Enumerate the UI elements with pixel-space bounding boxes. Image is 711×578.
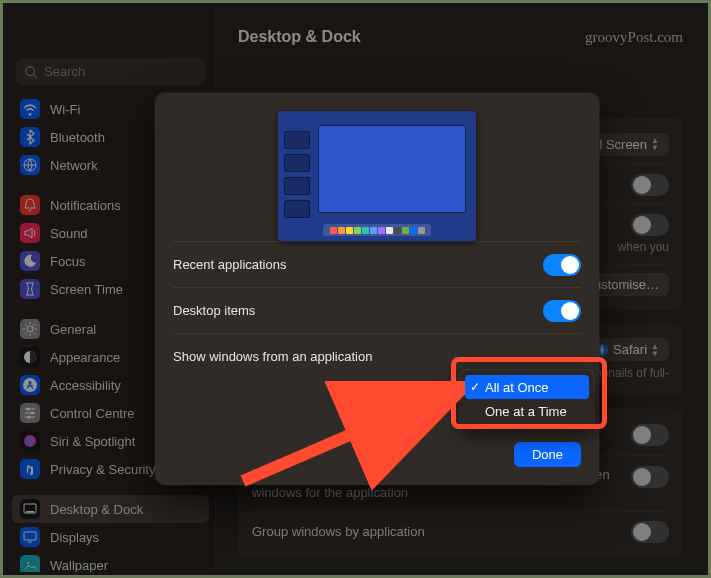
hand-icon: [20, 459, 40, 479]
hourglass-icon: [20, 279, 40, 299]
show-windows-label: Show windows from an application: [173, 349, 372, 364]
siri-icon: [20, 431, 40, 451]
dock-app-icon: [386, 227, 393, 234]
dock-app-icon: [394, 227, 401, 234]
sidebar-item-label: Notifications: [50, 198, 121, 213]
search-input[interactable]: Search: [16, 58, 205, 85]
svg-point-10: [24, 435, 36, 447]
svg-point-6: [29, 381, 32, 384]
svg-point-15: [27, 562, 29, 564]
dock-app-icon: [354, 227, 361, 234]
sidebar-item-label: Appearance: [50, 350, 120, 365]
dock-app-icon: [410, 227, 417, 234]
wallpaper-icon: [20, 555, 40, 572]
dock-app-icon: [346, 227, 353, 234]
search-placeholder: Search: [44, 64, 85, 79]
done-button[interactable]: Done: [514, 442, 581, 467]
bg-row-group: Group windows by application: [252, 511, 669, 551]
watermark: groovyPost.com: [585, 29, 683, 46]
svg-point-3: [27, 326, 33, 332]
bg-switch-3[interactable]: [631, 424, 669, 446]
sidebar-item-displays[interactable]: Displays: [12, 523, 209, 551]
svg-point-9: [28, 416, 31, 419]
gear-icon: [20, 319, 40, 339]
sidebar-item-label: Wi-Fi: [50, 102, 80, 117]
dock-app-icon: [330, 227, 337, 234]
sidebar-item-label: Network: [50, 158, 98, 173]
sound-icon: [20, 223, 40, 243]
dock-app-icon: [402, 227, 409, 234]
bg-switch-4[interactable]: [631, 466, 669, 488]
sidebar-item-label: Wallpaper: [50, 558, 108, 573]
svg-rect-13: [24, 532, 36, 540]
desktop-items-label: Desktop items: [173, 303, 255, 318]
bg-switch-2[interactable]: [631, 214, 669, 236]
sidebar-item-label: Siri & Spotlight: [50, 434, 135, 449]
dock-icon: [20, 499, 40, 519]
sliders-icon: [20, 403, 40, 423]
globe-icon: [20, 155, 40, 175]
chevron-updown-icon: ▲▼: [651, 343, 659, 357]
sidebar-item-label: Accessibility: [50, 378, 121, 393]
page-title: Desktop & Dock: [238, 28, 361, 46]
desktop-items-row: Desktop items: [173, 287, 581, 333]
sidebar-item-label: Desktop & Dock: [50, 502, 143, 517]
content-header: Desktop & Dock groovyPost.com: [238, 20, 683, 54]
preview-desktop: [318, 125, 466, 213]
bt-icon: [20, 127, 40, 147]
bell-icon: [20, 195, 40, 215]
recent-applications-switch[interactable]: [543, 254, 581, 276]
person-icon: [20, 375, 40, 395]
moon-icon: [20, 251, 40, 271]
dock-app-icon: [362, 227, 369, 234]
preview-dock: [323, 224, 431, 236]
dock-app-icon: [378, 227, 385, 234]
bg-switch-1[interactable]: [631, 174, 669, 196]
sidebar-item-label: Privacy & Security: [50, 462, 155, 477]
show-windows-menu: All at Once One at a Time: [460, 370, 594, 428]
dock-app-icon: [338, 227, 345, 234]
sidebar-item-label: Displays: [50, 530, 99, 545]
svg-point-7: [27, 408, 30, 411]
preview-spaces: [284, 117, 310, 235]
mission-control-preview: [278, 111, 476, 241]
sidebar-item-label: General: [50, 322, 96, 337]
sidebar-item-wallpaper[interactable]: Wallpaper: [12, 551, 209, 572]
desktop-items-switch[interactable]: [543, 300, 581, 322]
chevron-updown-icon: ▲▼: [651, 137, 659, 151]
sidebar-item-label: Control Centre: [50, 406, 135, 421]
sidebar-item-label: Bluetooth: [50, 130, 105, 145]
svg-point-8: [31, 412, 34, 415]
dock-app-icon: [370, 227, 377, 234]
svg-point-5: [23, 378, 37, 392]
sidebar-item-label: Focus: [50, 254, 85, 269]
dock-app-icon: [418, 227, 425, 234]
search-icon: [24, 65, 38, 79]
display-icon: [20, 527, 40, 547]
svg-line-1: [34, 74, 38, 78]
recent-applications-label: Recent applications: [173, 257, 286, 272]
sidebar-item-label: Sound: [50, 226, 88, 241]
appearance-icon: [20, 347, 40, 367]
wifi-icon: [20, 99, 40, 119]
sidebar-item-desktop-dock[interactable]: Desktop & Dock: [12, 495, 209, 523]
bg-switch-5[interactable]: [631, 521, 669, 543]
svg-rect-12: [26, 511, 34, 513]
svg-point-0: [26, 66, 35, 75]
sidebar-item-label: Screen Time: [50, 282, 123, 297]
show-windows-option-one-at-a-time[interactable]: One at a Time: [465, 399, 589, 423]
show-windows-option-all-at-once[interactable]: All at Once: [465, 375, 589, 399]
recent-applications-row: Recent applications: [173, 241, 581, 287]
